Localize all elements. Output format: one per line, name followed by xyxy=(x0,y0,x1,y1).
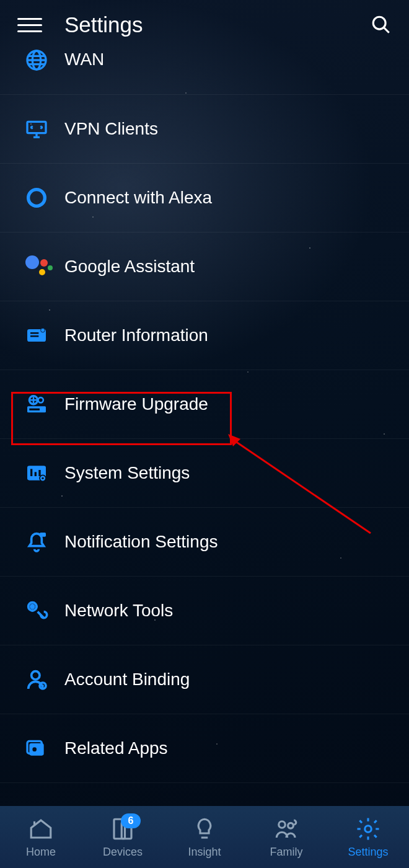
settings-item-router-information[interactable]: Router Information xyxy=(0,301,409,370)
svg-rect-5 xyxy=(27,122,46,133)
tab-label: Family xyxy=(270,846,303,859)
bell-icon xyxy=(22,528,51,556)
settings-item-vpn-clients[interactable]: VPN Clients xyxy=(0,95,409,164)
system-settings-icon xyxy=(22,459,51,487)
wrench-gear-icon xyxy=(22,596,51,625)
svg-point-26 xyxy=(32,671,40,680)
alexa-icon xyxy=(22,184,51,212)
svg-point-37 xyxy=(288,823,294,828)
tab-family[interactable]: Family xyxy=(245,806,327,868)
tab-home[interactable]: Home xyxy=(0,806,82,868)
settings-item-label: Google Assistant xyxy=(64,257,195,277)
svg-rect-11 xyxy=(30,335,38,337)
settings-item-label: VPN Clients xyxy=(64,119,158,139)
svg-point-12 xyxy=(41,328,45,332)
settings-item-firmware-upgrade[interactable]: Firmware Upgrade xyxy=(0,370,409,439)
family-icon xyxy=(273,816,299,842)
svg-point-30 xyxy=(32,747,37,751)
svg-point-16 xyxy=(38,397,43,402)
bottom-tab-bar: Home 6 Devices Insight Family Settings xyxy=(0,806,409,868)
settings-item-google-assistant[interactable]: Google Assistant xyxy=(0,232,409,301)
settings-item-label: Network Tools xyxy=(64,601,173,621)
settings-item-account-binding[interactable]: Account Binding xyxy=(0,645,409,714)
gear-icon xyxy=(355,816,381,842)
settings-item-label: System Settings xyxy=(64,463,190,483)
user-link-icon xyxy=(22,665,51,694)
svg-point-8 xyxy=(29,190,45,206)
tab-label: Devices xyxy=(103,846,143,859)
settings-item-label: Account Binding xyxy=(64,670,190,689)
settings-item-label: WAN xyxy=(64,50,104,69)
svg-point-36 xyxy=(279,821,286,828)
tab-settings[interactable]: Settings xyxy=(327,806,409,868)
router-info-icon xyxy=(22,321,51,350)
monitor-arrows-icon xyxy=(22,115,51,143)
firmware-upgrade-icon xyxy=(22,390,51,418)
tab-label: Home xyxy=(26,846,56,859)
tab-devices[interactable]: 6 Devices xyxy=(82,806,164,868)
menu-icon[interactable] xyxy=(17,18,42,32)
svg-rect-14 xyxy=(29,409,40,410)
settings-item-system-settings[interactable]: System Settings xyxy=(0,439,409,508)
page-title: Settings xyxy=(64,12,371,37)
svg-line-1 xyxy=(384,27,389,33)
tab-label: Insight xyxy=(188,846,221,859)
home-icon xyxy=(28,816,54,842)
settings-item-label: Connect with Alexa xyxy=(64,188,212,208)
svg-rect-20 xyxy=(38,470,40,476)
svg-point-25 xyxy=(31,605,34,608)
settings-item-wan[interactable]: WAN xyxy=(0,50,409,95)
tab-insight[interactable]: Insight xyxy=(164,806,245,868)
settings-item-label: Notification Settings xyxy=(64,532,218,552)
svg-rect-19 xyxy=(35,472,37,476)
search-icon[interactable] xyxy=(371,14,392,35)
apps-icon xyxy=(22,734,51,763)
svg-rect-18 xyxy=(30,469,32,476)
settings-item-related-apps[interactable]: Related Apps xyxy=(0,714,409,783)
devices-badge: 6 xyxy=(121,813,141,828)
settings-item-label: Router Information xyxy=(64,326,208,345)
settings-item-alexa[interactable]: Connect with Alexa xyxy=(0,164,409,232)
svg-rect-23 xyxy=(40,533,46,537)
google-assistant-icon xyxy=(22,252,51,281)
settings-item-label: Related Apps xyxy=(64,738,168,758)
globe-icon xyxy=(22,46,51,74)
devices-icon: 6 xyxy=(110,816,136,842)
settings-item-label: Firmware Upgrade xyxy=(64,394,208,414)
bulb-icon xyxy=(191,816,218,842)
svg-point-0 xyxy=(373,17,385,29)
settings-item-notification-settings[interactable]: Notification Settings xyxy=(0,508,409,577)
settings-list: WAN VPN Clients Connect with Alexa Googl… xyxy=(0,50,409,783)
header: Settings xyxy=(0,0,409,50)
svg-rect-10 xyxy=(30,332,38,334)
svg-point-38 xyxy=(365,825,372,832)
svg-point-22 xyxy=(42,477,43,479)
tab-label: Settings xyxy=(348,846,388,859)
settings-item-network-tools[interactable]: Network Tools xyxy=(0,577,409,645)
